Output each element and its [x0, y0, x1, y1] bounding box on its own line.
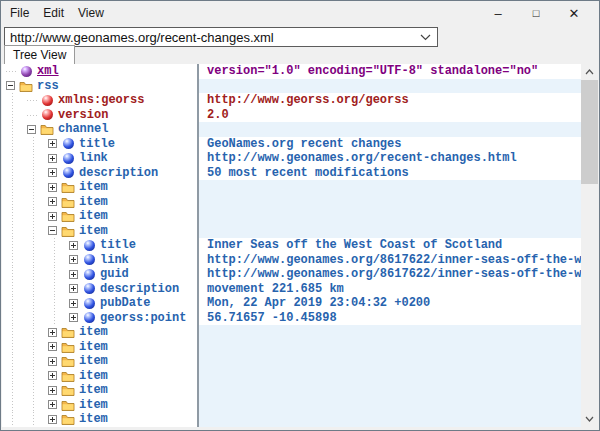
expand-icon[interactable]	[48, 340, 61, 355]
tree-guide-line	[6, 282, 27, 297]
tree-node[interactable]: item	[2, 195, 197, 210]
url-input[interactable]	[5, 29, 413, 45]
value-row[interactable]: http://www.geonames.org/recent-changes.h…	[199, 151, 581, 166]
scroll-down-icon[interactable]	[581, 411, 598, 427]
tree-node[interactable]: item	[2, 398, 197, 413]
expand-icon[interactable]	[69, 282, 82, 297]
tree-guide-line	[27, 354, 48, 369]
tree-node[interactable]: guid	[2, 267, 197, 282]
scrollbar-thumb[interactable]	[581, 80, 598, 184]
menu-edit[interactable]: Edit	[36, 4, 71, 22]
tree-guide-line	[6, 311, 27, 326]
value-row[interactable]	[199, 383, 581, 398]
tree-node[interactable]: item	[2, 180, 197, 195]
value-row[interactable]	[199, 340, 581, 355]
value-row[interactable]: 56.71657 -10.45898	[199, 311, 581, 326]
value-row[interactable]	[199, 195, 581, 210]
expand-icon[interactable]	[48, 354, 61, 369]
expand-icon[interactable]	[48, 209, 61, 224]
tree-node[interactable]: rss	[2, 79, 197, 94]
expand-icon[interactable]	[48, 383, 61, 398]
tree-guide-line	[27, 267, 48, 282]
tree-node[interactable]: description	[2, 282, 197, 297]
value-row[interactable]: http://www.georss.org/georss	[199, 93, 581, 108]
collapse-icon[interactable]	[27, 122, 40, 137]
tree-node[interactable]: item	[2, 383, 197, 398]
value-row[interactable]	[199, 122, 581, 137]
tree-node[interactable]: link	[2, 253, 197, 268]
tree-node[interactable]: item	[2, 209, 197, 224]
tree-node[interactable]: version	[2, 108, 197, 123]
tree-node[interactable]: item	[2, 340, 197, 355]
value-row[interactable]: movement 221.685 km	[199, 282, 581, 297]
tree-guide-line	[27, 383, 48, 398]
tree-guide-line	[27, 311, 48, 326]
expand-icon[interactable]	[48, 369, 61, 384]
expand-icon[interactable]	[48, 166, 61, 181]
expand-icon[interactable]	[69, 253, 82, 268]
value-row[interactable]	[199, 180, 581, 195]
tab-tree-view[interactable]: Tree View	[4, 45, 75, 64]
value-row[interactable]	[199, 79, 581, 94]
expand-icon[interactable]	[48, 398, 61, 413]
value-row[interactable]	[199, 325, 581, 340]
value-row[interactable]: 50 most recent modifications	[199, 166, 581, 181]
tree-node[interactable]: pubDate	[2, 296, 197, 311]
expand-icon[interactable]	[48, 137, 61, 152]
expand-icon[interactable]	[48, 151, 61, 166]
maximize-button[interactable]: □	[517, 3, 555, 23]
collapse-icon[interactable]	[48, 224, 61, 239]
chevron-down-icon[interactable]	[413, 28, 437, 46]
value-row[interactable]	[199, 412, 581, 427]
value-row[interactable]: Mon, 22 Apr 2019 23:04:32 +0200	[199, 296, 581, 311]
expand-icon[interactable]	[48, 325, 61, 340]
value-row[interactable]: version="1.0" encoding="UTF-8" standalon…	[199, 64, 581, 79]
minimize-button[interactable]: –	[479, 3, 517, 23]
tree-node[interactable]: xml	[2, 64, 197, 79]
value-row[interactable]	[199, 354, 581, 369]
tree-node-label: version	[58, 108, 108, 122]
value-row[interactable]: http://www.geonames.org/8617622/inner-se…	[199, 267, 581, 282]
expand-icon[interactable]	[48, 412, 61, 427]
tree-guide-line	[48, 311, 69, 326]
expand-icon[interactable]	[69, 296, 82, 311]
tree-node[interactable]: channel	[2, 122, 197, 137]
element-icon	[61, 151, 75, 166]
value-row[interactable]: Inner Seas off the West Coast of Scotlan…	[199, 238, 581, 253]
value-row[interactable]	[199, 209, 581, 224]
expand-icon[interactable]	[48, 180, 61, 195]
tree-node[interactable]: item	[2, 412, 197, 427]
menu-view[interactable]: View	[71, 4, 111, 22]
expand-icon[interactable]	[69, 238, 82, 253]
element-icon	[82, 282, 96, 297]
attribute-icon	[40, 93, 54, 108]
value-row[interactable]	[199, 224, 581, 239]
url-combobox[interactable]	[4, 27, 438, 47]
tree-node[interactable]: georss:point	[2, 311, 197, 326]
tree-node[interactable]: title	[2, 238, 197, 253]
close-button[interactable]: ✕	[555, 3, 593, 23]
collapse-icon[interactable]	[6, 79, 19, 94]
expand-icon[interactable]	[48, 195, 61, 210]
value-row[interactable]	[199, 398, 581, 413]
tree-node[interactable]: item	[2, 325, 197, 340]
scroll-up-icon[interactable]	[581, 64, 598, 80]
folder-icon	[61, 369, 75, 384]
tree-node[interactable]: item	[2, 354, 197, 369]
value-row[interactable]: 2.0	[199, 108, 581, 123]
tree-node[interactable]: item	[2, 369, 197, 384]
expand-icon[interactable]	[69, 267, 82, 282]
expand-icon[interactable]	[69, 311, 82, 326]
vertical-scrollbar[interactable]	[581, 64, 598, 427]
tree-node[interactable]: item	[2, 224, 197, 239]
value-row[interactable]	[199, 369, 581, 384]
value-row[interactable]: http://www.geonames.org/8617622/inner-se…	[199, 253, 581, 268]
tree-node[interactable]: xmlns:georss	[2, 93, 197, 108]
menu-file[interactable]: File	[3, 4, 36, 22]
tree-guide-line	[6, 64, 19, 79]
tree-guide-line	[48, 282, 69, 297]
tree-node[interactable]: link	[2, 151, 197, 166]
value-row[interactable]: GeoNames.org recent changes	[199, 137, 581, 152]
tree-node[interactable]: title	[2, 137, 197, 152]
tree-node[interactable]: description	[2, 166, 197, 181]
